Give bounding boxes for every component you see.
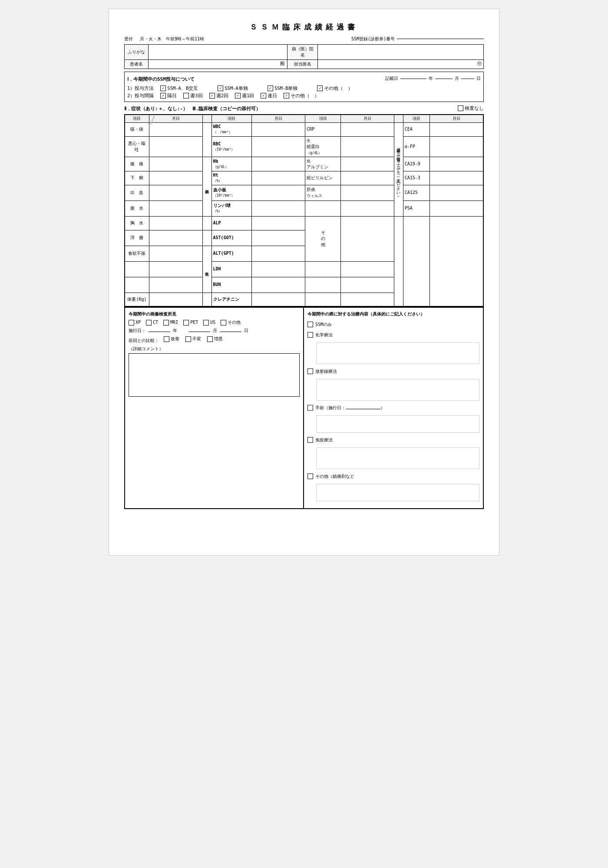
radiation-checkbox[interactable] bbox=[307, 368, 313, 374]
val-blank-other-2[interactable] bbox=[341, 277, 394, 293]
method-1-checkbox[interactable] bbox=[160, 85, 166, 91]
chemo-detail[interactable] bbox=[316, 342, 479, 364]
immunotherapy-checkbox[interactable] bbox=[307, 437, 313, 443]
val-other[interactable] bbox=[341, 216, 394, 261]
val-bleeding[interactable] bbox=[149, 185, 202, 201]
imaging-ct[interactable]: CT bbox=[146, 319, 158, 326]
comparison-improved[interactable]: 改善 bbox=[164, 336, 179, 342]
treatment-ssm[interactable]: SSMのみ bbox=[307, 322, 479, 328]
interval-3-checkbox[interactable] bbox=[209, 93, 215, 99]
treatment-chemo[interactable]: 化学療法 bbox=[307, 332, 479, 338]
val-ldh[interactable] bbox=[251, 261, 305, 277]
other-treatment-detail[interactable] bbox=[316, 484, 479, 501]
interval-3[interactable]: 週2回 bbox=[209, 92, 228, 99]
interval-6[interactable]: その他（ ） bbox=[284, 92, 319, 99]
no-exam-checkbox[interactable] bbox=[458, 105, 463, 111]
comparison-unchanged[interactable]: 不変 bbox=[185, 336, 201, 342]
val-edema[interactable] bbox=[149, 230, 202, 246]
unchanged-checkbox[interactable] bbox=[185, 336, 191, 342]
method-3[interactable]: SSM-B単独 bbox=[268, 85, 298, 92]
val-hepatitis[interactable] bbox=[341, 185, 394, 201]
val-blank-1[interactable] bbox=[341, 201, 394, 216]
treatment-other[interactable]: その他（鎮痛剤など bbox=[307, 473, 479, 480]
doctor-value[interactable]: ㊞ bbox=[318, 59, 484, 69]
val-weight[interactable] bbox=[149, 293, 202, 306]
hospital-value[interactable] bbox=[318, 44, 484, 59]
treatment-other-checkbox[interactable] bbox=[307, 473, 313, 479]
val-afp[interactable] bbox=[430, 136, 483, 157]
val-platelet[interactable] bbox=[251, 185, 305, 201]
val-diarrhea[interactable] bbox=[149, 171, 202, 185]
val-ascites[interactable] bbox=[149, 201, 202, 216]
comment-field[interactable] bbox=[129, 353, 300, 397]
val-psa[interactable] bbox=[430, 201, 483, 216]
mri-checkbox[interactable] bbox=[163, 320, 169, 326]
val-pleural-effusion[interactable] bbox=[149, 216, 202, 230]
val-cea[interactable] bbox=[430, 122, 483, 136]
val-lymph[interactable] bbox=[251, 201, 305, 216]
val-total-protein[interactable] bbox=[341, 136, 394, 157]
val-abdominal-pain[interactable] bbox=[149, 157, 202, 171]
val-creatinine[interactable] bbox=[251, 293, 305, 306]
val-symptom-blank-1[interactable] bbox=[149, 261, 202, 277]
val-alp[interactable] bbox=[251, 216, 305, 230]
surgery-checkbox[interactable] bbox=[307, 405, 313, 411]
interval-2-checkbox[interactable] bbox=[183, 93, 189, 99]
val-blank-other-3[interactable] bbox=[341, 293, 394, 306]
interval-1-checkbox[interactable] bbox=[160, 93, 166, 99]
val-marker-empty[interactable] bbox=[403, 216, 430, 306]
interval-1[interactable]: 隔日 bbox=[160, 92, 177, 99]
treatment-radiation[interactable]: 放射線療法 bbox=[307, 368, 479, 375]
val-nausea[interactable] bbox=[149, 136, 202, 157]
chemo-checkbox[interactable] bbox=[307, 332, 313, 338]
other-checkbox[interactable] bbox=[221, 320, 226, 326]
val-ca125[interactable] bbox=[430, 185, 483, 201]
val-anorexia[interactable] bbox=[149, 246, 202, 261]
treatment-surgery[interactable]: 手術（施行日：） bbox=[307, 405, 479, 411]
interval-5[interactable]: 連日 bbox=[261, 92, 277, 99]
val-total-bilirubin[interactable] bbox=[341, 171, 394, 185]
pet-checkbox[interactable] bbox=[183, 320, 189, 326]
val-symptom-blank-2[interactable] bbox=[149, 277, 202, 293]
furigana-value[interactable] bbox=[149, 44, 287, 59]
immunotherapy-detail[interactable] bbox=[316, 447, 479, 469]
imaging-other[interactable]: その他 bbox=[221, 319, 241, 326]
val-hb[interactable] bbox=[251, 157, 305, 171]
imaging-month[interactable] bbox=[188, 332, 210, 332]
ct-checkbox[interactable] bbox=[146, 320, 152, 326]
comparison-worsened[interactable]: 増悪 bbox=[207, 336, 223, 342]
interval-4-checkbox[interactable] bbox=[235, 93, 241, 99]
val-ca199[interactable] bbox=[430, 157, 483, 171]
method-2-checkbox[interactable] bbox=[218, 85, 223, 91]
interval-6-checkbox[interactable] bbox=[284, 93, 289, 99]
interval-2[interactable]: 週3回 bbox=[183, 92, 202, 99]
val-rbc[interactable] bbox=[251, 136, 305, 157]
val-ht[interactable] bbox=[251, 171, 305, 185]
xp-checkbox[interactable] bbox=[129, 320, 134, 326]
val-blank-other-1[interactable] bbox=[341, 261, 394, 277]
val-bun[interactable] bbox=[251, 277, 305, 293]
imaging-day[interactable] bbox=[220, 332, 241, 332]
treatment-immunotherapy[interactable]: 免疫療法 bbox=[307, 437, 479, 443]
val-crp[interactable] bbox=[341, 122, 394, 136]
val-alt[interactable] bbox=[251, 246, 305, 261]
method-4-checkbox[interactable] bbox=[317, 85, 323, 91]
method-4[interactable]: その他（ ） bbox=[317, 85, 353, 92]
val-wbc[interactable] bbox=[251, 122, 305, 136]
interval-5-checkbox[interactable] bbox=[261, 93, 266, 99]
method-1[interactable]: SSM-A、B交互 bbox=[160, 85, 198, 92]
method-3-checkbox[interactable] bbox=[268, 85, 273, 91]
surgery-detail[interactable] bbox=[316, 415, 479, 433]
worsened-checkbox[interactable] bbox=[207, 336, 213, 342]
val-ast[interactable] bbox=[251, 230, 305, 246]
val-ca153[interactable] bbox=[430, 171, 483, 185]
no-exam[interactable]: 検査なし bbox=[458, 105, 484, 112]
improved-checkbox[interactable] bbox=[164, 336, 169, 342]
patient-name-value[interactable]: 殿 bbox=[149, 59, 287, 69]
imaging-year[interactable] bbox=[149, 332, 170, 332]
method-2[interactable]: SSM-A単独 bbox=[218, 85, 248, 92]
val-albumin[interactable] bbox=[341, 157, 394, 171]
interval-4[interactable]: 週1回 bbox=[235, 92, 254, 99]
imaging-mri[interactable]: MRI bbox=[163, 319, 178, 326]
ssm-checkbox[interactable] bbox=[307, 322, 313, 327]
